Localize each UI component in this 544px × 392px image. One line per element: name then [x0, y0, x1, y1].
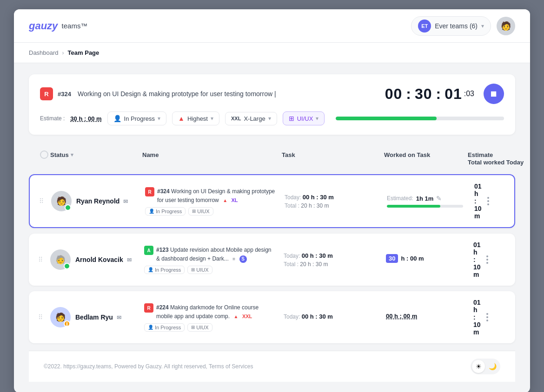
estimate-cell-arnold: 30 h : 00 m [382, 254, 466, 266]
edit-estimate-icon[interactable]: ✎ [436, 195, 442, 202]
timer-progress-bar [336, 117, 504, 120]
timer-hours: 00 [385, 85, 403, 103]
status-chevron-icon: ▾ [158, 115, 160, 122]
drag-handle-icon[interactable]: ⠿ [38, 314, 43, 321]
table-row[interactable]: ⠿ 🧑 ‖ Bedlam Ryu ✉ R #224 Making darkmod… [29, 291, 515, 343]
status-filter-label: In Progress [124, 115, 155, 122]
logo-teams: teams™ [60, 22, 87, 30]
category-filter-label: UI/UX [297, 115, 313, 122]
team-avatar: ET [418, 20, 431, 33]
task-input-row: R #324 document.querySelector('[data-nam… [40, 87, 376, 100]
member-name-bedlam: Bedlam Ryu ✉ [75, 314, 121, 321]
priority-up-icon: ▲ [234, 314, 239, 319]
estimate-progress-fill [387, 205, 440, 208]
main-content: R #324 document.querySelector('[data-nam… [14, 63, 530, 392]
drag-handle-icon[interactable]: ⠿ [39, 197, 44, 205]
avatar[interactable]: 🧑 [497, 17, 515, 35]
member-avatar-wrap: 🧑 [51, 191, 72, 211]
size-chevron-icon: ▾ [268, 115, 271, 122]
member-cell-ryan: ⠿ 🧑 Ryan Reynold ✉ [39, 191, 141, 211]
task-tag-icon: R [40, 87, 53, 100]
status-chevron-icon: ▾ [71, 152, 73, 158]
estimate-cell-ryan: Estimated: 1h 1m ✎ [383, 195, 467, 208]
member-name-arnold: Arnold Kovacik ✉ [75, 256, 132, 263]
timer-seconds: 01 [444, 85, 462, 103]
member-cell-bedlam: ⠿ 🧑 ‖ Bedlam Ryu ✉ [38, 307, 140, 327]
status-badge: 👤 In Progress [144, 323, 185, 332]
more-options-button[interactable] [484, 254, 490, 266]
timer-colon1: : [406, 85, 411, 103]
timer-colon2: : [436, 85, 441, 103]
timer-display: 00 : 30 : 01 :03 ⏹ [385, 84, 504, 104]
email-icon: ✉ [117, 314, 121, 321]
header-right: ET Ever teams (6) ▾ 🧑 [411, 16, 515, 36]
priority-chevron-icon: ▾ [211, 115, 213, 122]
breadcrumb-current: Team Page [68, 49, 100, 56]
status-badge: 👤 In Progress [144, 266, 185, 274]
more-options-button[interactable] [485, 195, 491, 207]
estimate-value[interactable]: 30 h : 00 m [70, 115, 101, 122]
person-icon: 👤 [113, 115, 121, 122]
task-cell-bedlam: R #224 Making darkmode for Online course… [140, 303, 280, 332]
total-worked-cell-bedlam: 01 h : 10 m [466, 299, 494, 336]
task-number-label: #324 [58, 91, 71, 98]
more-options-button[interactable] [484, 311, 490, 323]
header-total-worked: Total worked Today [468, 159, 530, 166]
chevron-down-icon: ▾ [481, 23, 484, 29]
timer-stop-button[interactable]: ⏹ [484, 84, 504, 104]
size-s-badge: S [239, 255, 247, 263]
header-status: Status ▾ [40, 150, 142, 159]
breadcrumb: Dashboard › Team Page [14, 43, 530, 63]
email-icon: ✉ [123, 198, 128, 205]
status-badge: 👤 In Progress [145, 207, 186, 216]
timer-top: R #324 document.querySelector('[data-nam… [40, 84, 504, 104]
member-name-ryan: Ryan Reynold ✉ [76, 197, 128, 205]
breadcrumb-separator: › [62, 50, 64, 56]
member-cell-arnold: ⠿ 🧓 Arnold Kovacik ✉ [38, 249, 140, 270]
status-dot-online [65, 204, 71, 211]
category-icon: ⊞ [289, 115, 294, 122]
breadcrumb-dashboard[interactable]: Dashboard [29, 49, 59, 56]
table-header: Status ▾ Name Task Worked on Task Estima… [29, 146, 515, 170]
size-badge: XXL [231, 116, 241, 121]
total-worked-cell-arnold: 01 h : 10 m [466, 241, 494, 278]
size-xl-badge: XL [232, 197, 238, 203]
drag-handle-icon[interactable]: ⠿ [38, 256, 43, 263]
estimate-progress-bar [387, 205, 463, 208]
category-badge: ⊞ UIUX [187, 266, 212, 274]
priority-equal-icon: ≡ [232, 256, 235, 261]
table-row[interactable]: ⠿ 🧑 Ryan Reynold ✉ R #324 [29, 174, 515, 228]
header-task: Task [282, 150, 384, 159]
header-estimate: Estimate [468, 150, 530, 159]
logo-area: gauzy teams™ [29, 20, 87, 32]
priority-filter-label: Highest [187, 115, 208, 122]
badge-grid-icon: ⊞ [192, 209, 196, 214]
timer-subseconds: :03 [464, 90, 474, 98]
badge-grid-icon: ⊞ [191, 325, 195, 330]
status-filter[interactable]: 👤 In Progress ▾ [107, 111, 166, 125]
badge-person-icon: 👤 [149, 209, 154, 214]
task-color-tag-green: A [144, 246, 153, 255]
size-filter[interactable]: XXL X-Large ▾ [225, 112, 277, 125]
timer-progress-fill [336, 117, 437, 120]
theme-toggle: ☀ 🌙 [471, 359, 500, 374]
worked-cell-ryan: Today: 00 h : 30 m Total : 20 h : 30 m [281, 194, 383, 209]
priority-up-icon: ▲ [223, 198, 227, 203]
header-name: Name [142, 150, 282, 159]
task-title-input[interactable] [78, 90, 376, 98]
estimate-highlight-badge: 30 [386, 254, 398, 263]
worked-cell-arnold: Today: 00 h : 30 m Total : 20 h : 30 m [280, 252, 382, 268]
theme-light-button[interactable]: ☀ [472, 360, 485, 373]
category-filter[interactable]: ⊞ UI/UX ▾ [283, 111, 325, 125]
theme-dark-button[interactable]: 🌙 [486, 360, 499, 373]
footer-copyright: ©2022. https://gauzy.teams, Powered by G… [44, 363, 253, 370]
priority-icon: ▲ [178, 115, 185, 122]
team-selector[interactable]: ET Ever teams (6) ▾ [411, 16, 491, 36]
worked-cell-bedlam: Today: 00 h : 30 m [280, 313, 382, 322]
table-row[interactable]: ⠿ 🧓 Arnold Kovacik ✉ A #123 Update revis [29, 234, 515, 286]
priority-filter[interactable]: ▲ Highest ▾ [172, 111, 219, 125]
status-dot-online [64, 263, 70, 269]
task-color-tag: R [145, 187, 154, 196]
size-filter-label: X-Large [244, 115, 265, 122]
task-color-tag: R [144, 303, 153, 313]
